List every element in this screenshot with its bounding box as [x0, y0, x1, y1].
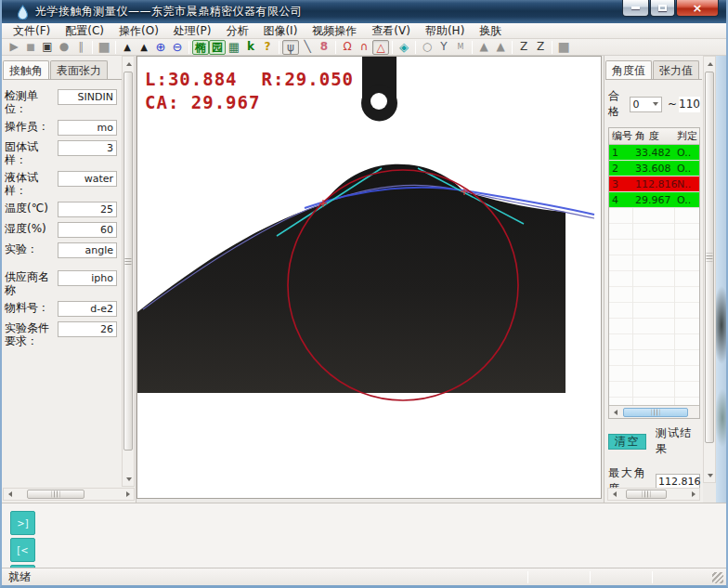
- right-panel-vscrollbar[interactable]: [703, 56, 716, 483]
- stop-icon[interactable]: ■: [22, 40, 39, 55]
- maximize-icon: [658, 5, 667, 11]
- pause-icon[interactable]: ∥: [72, 40, 89, 55]
- frame-icon[interactable]: ■: [96, 40, 112, 55]
- menu-skin[interactable]: 换肤: [472, 22, 509, 40]
- m-mode-icon[interactable]: M: [452, 40, 469, 55]
- tab-contact-angle[interactable]: 接触角: [3, 60, 49, 79]
- scroll-thumb[interactable]: [626, 490, 667, 499]
- right-panel-hscrollbar[interactable]: [607, 488, 700, 501]
- table-row-2[interactable]: 2 33.608 O..: [609, 161, 699, 176]
- camera-icon[interactable]: ▣: [39, 40, 56, 55]
- minimize-button[interactable]: [622, 0, 649, 17]
- crosshair-circle-icon[interactable]: ⊕: [152, 40, 169, 55]
- table-row-1[interactable]: 1 33.482 O..: [609, 145, 699, 161]
- menu-help[interactable]: 帮助(H): [418, 22, 472, 40]
- record-icon[interactable]: ●: [56, 40, 72, 55]
- marker-up-icon[interactable]: ▲: [119, 40, 136, 55]
- field-input-humidity[interactable]: 60: [58, 222, 117, 238]
- qualified-min-select[interactable]: 0: [630, 97, 662, 112]
- menu-file[interactable]: 文件(F): [6, 22, 58, 40]
- minus-circle-icon[interactable]: ⊖: [169, 40, 186, 55]
- qualified-max-input[interactable]: 110: [679, 97, 700, 112]
- tilt-z-icon[interactable]: Z: [532, 40, 549, 55]
- close-icon: ×: [693, 1, 703, 15]
- scroll-left-icon: [8, 491, 12, 497]
- key-icon[interactable]: ?: [259, 40, 276, 55]
- max-angle-input[interactable]: 112.816: [656, 474, 700, 490]
- drop-angle-icon[interactable]: △: [372, 40, 389, 55]
- row-judge: N..: [675, 178, 697, 190]
- field-label-humidity: 湿度(%): [5, 222, 58, 235]
- play-icon[interactable]: ▶: [6, 40, 22, 55]
- field-input-experiment-condition[interactable]: 26: [58, 321, 117, 337]
- scroll-thumb[interactable]: [27, 490, 84, 499]
- table-row-3[interactable]: 3 112.816 N..: [609, 176, 699, 192]
- toolbar-separator: [188, 41, 189, 54]
- tab-angle-values[interactable]: 角度值: [605, 60, 652, 79]
- circle-tool-icon[interactable]: ○: [419, 40, 436, 55]
- field-input-operator[interactable]: mo: [58, 120, 117, 136]
- circle-fit-icon[interactable]: 园: [209, 40, 226, 55]
- step-back-button[interactable]: [<: [10, 538, 35, 562]
- tilt-z-icon[interactable]: Z: [515, 40, 532, 55]
- sessile-drop-flat-icon[interactable]: ∩: [356, 40, 372, 55]
- hand-grab-icon[interactable]: ψ: [282, 40, 299, 55]
- menu-image[interactable]: 图像(I): [255, 22, 305, 40]
- step-forward-button[interactable]: >]: [10, 511, 35, 535]
- scroll-up-button[interactable]: [704, 58, 716, 70]
- field-input-detection-unit[interactable]: SINDIN: [58, 89, 117, 105]
- field-input-supplier-name[interactable]: ipho: [58, 270, 117, 286]
- scroll-left-button[interactable]: [609, 406, 621, 418]
- scroll-up-button[interactable]: [123, 58, 135, 70]
- end-square-icon[interactable]: ■: [555, 40, 572, 55]
- scroll-left-button[interactable]: [608, 489, 620, 501]
- menu-bar: 文件(F) 配置(C) 操作(O) 处理(P) 分析 图像(I) 视频操作 查看…: [2, 23, 726, 39]
- menu-analyze[interactable]: 分析: [218, 22, 255, 40]
- field-input-material-no[interactable]: d-e2: [58, 301, 117, 317]
- scroll-down-button[interactable]: [123, 473, 135, 485]
- sessile-drop-high-icon[interactable]: Ω: [339, 40, 356, 55]
- maximize-button[interactable]: [650, 0, 675, 17]
- clear-results-row: 清空 测试结果: [608, 425, 700, 457]
- close-button[interactable]: ×: [676, 0, 719, 17]
- marker-up-icon[interactable]: ▲: [136, 40, 152, 55]
- data-table-icon[interactable]: ▦: [226, 40, 242, 55]
- menu-video[interactable]: 视频操作: [305, 22, 364, 40]
- scroll-thumb[interactable]: [705, 72, 714, 443]
- field-label-solid-sample: 固体试样：: [5, 140, 58, 166]
- resize-grip[interactable]: [712, 572, 723, 583]
- scroll-thumb[interactable]: [124, 72, 133, 451]
- k-factor-icon[interactable]: k: [242, 40, 259, 55]
- menu-config[interactable]: 配置(C): [58, 22, 111, 40]
- flask-icon[interactable]: Y: [436, 40, 452, 55]
- clear-button[interactable]: 清空: [608, 434, 646, 450]
- menu-operate[interactable]: 操作(O): [111, 22, 166, 40]
- scroll-left-button[interactable]: [4, 489, 16, 501]
- ellipse-fit-icon[interactable]: 椭: [192, 40, 209, 55]
- table-hscrollbar[interactable]: [609, 405, 699, 418]
- globe-icon[interactable]: ◈: [396, 40, 412, 55]
- gray-drop-icon[interactable]: ▲: [475, 40, 492, 55]
- field-input-solid-sample[interactable]: 3: [58, 140, 117, 156]
- gray-drop-icon[interactable]: ▲: [492, 40, 509, 55]
- scroll-thumb[interactable]: [623, 408, 688, 417]
- field-input-experiment[interactable]: angle: [58, 242, 117, 258]
- field-label-experiment-condition: 实验条件要求：: [5, 321, 58, 347]
- tab-surface-tension[interactable]: 表面张力: [50, 60, 108, 79]
- scroll-right-button[interactable]: [687, 489, 699, 501]
- thumb-grip: [52, 491, 60, 498]
- thumb-grip: [707, 254, 713, 262]
- scroll-right-button[interactable]: [122, 489, 134, 501]
- field-input-temperature[interactable]: 25: [58, 202, 117, 217]
- sample-info-panel: 接触角 表面张力 检测单位： SINDIN 操作员： mo 固体试样： 3 液体…: [2, 56, 136, 503]
- left-panel-hscrollbar[interactable]: [3, 488, 135, 501]
- scroll-down-button[interactable]: [704, 469, 716, 481]
- table-row-4[interactable]: 4 29.967 O..: [609, 192, 699, 208]
- menu-view[interactable]: 查看(V): [364, 22, 418, 40]
- tab-tension-values[interactable]: 张力值: [653, 60, 699, 79]
- menu-process[interactable]: 处理(P): [166, 22, 219, 40]
- angle-eight-icon[interactable]: 8: [316, 40, 332, 55]
- left-panel-vscrollbar[interactable]: [122, 56, 135, 487]
- line-tool-icon[interactable]: ╲: [299, 40, 316, 55]
- field-input-liquid-sample[interactable]: water: [58, 171, 117, 187]
